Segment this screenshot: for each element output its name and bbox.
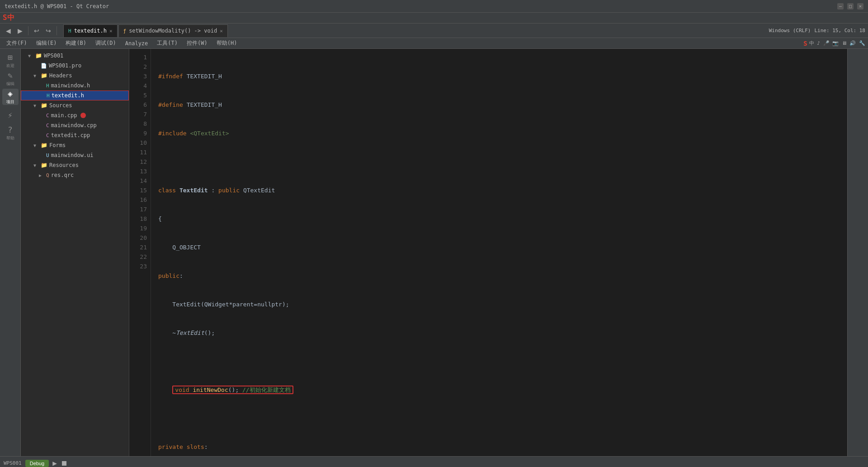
tab-setwindow-close[interactable]: ✕ <box>220 28 223 34</box>
tree-wps001-pro[interactable]: 📄 WPS001.pro <box>21 61 129 71</box>
tree-forms[interactable]: ▼ 📁 Forms <box>21 140 129 150</box>
redo-button[interactable]: ↪ <box>43 25 54 36</box>
folder-icon-resources: 📁 <box>41 162 47 168</box>
stop-icon[interactable]: ⏹ <box>61 459 68 467</box>
menu-debug[interactable]: 调试(D) <box>92 38 120 48</box>
code-line-4 <box>158 157 847 167</box>
code-line-13 <box>158 414 847 423</box>
title-text: textedit.h @ WPS001 - Qt Creator <box>5 3 109 10</box>
menu-build[interactable]: 构建(B) <box>62 38 90 48</box>
tree-arrow-res-qrc: ▶ <box>39 173 44 178</box>
tab-textedit-h-close[interactable]: ✕ <box>109 28 113 34</box>
tree-arrow-wps001: ▼ <box>28 53 33 58</box>
back-button[interactable]: ◀ <box>3 25 14 36</box>
file-icon-res-qrc: Q <box>46 172 49 178</box>
tree-label-textedit-h: textedit.h <box>52 92 84 99</box>
tree-mainwindow-h[interactable]: H mainwindow.h <box>21 81 129 91</box>
code-line-1: #ifndef TEXTEDIT_H <box>158 71 847 81</box>
cursor-position: Line: 15, Col: 18 <box>814 28 865 33</box>
project-label: 项目 <box>6 99 14 105</box>
tree-textedit-h[interactable]: H textedit.h <box>21 91 129 100</box>
maximize-button[interactable]: □ <box>847 3 854 10</box>
run-icon[interactable]: ▶ <box>52 459 57 467</box>
line-9: 9 <box>129 129 147 138</box>
code-line-2: #define TEXTEDIT_H <box>158 100 847 110</box>
code-content: 1 2 3 4 5 6 7 8 9 10 11 12 13 14 15 16 1… <box>129 49 847 456</box>
code-line-14: private slots: <box>158 442 847 452</box>
file-icon-pro: 📄 <box>41 63 47 69</box>
tab-setwindow[interactable]: ƒ setWindowModality() -> void ✕ <box>118 24 228 37</box>
code-line-6: { <box>158 214 847 224</box>
sidebar-edit[interactable]: ✎ 编辑 <box>2 71 19 87</box>
line-23: 23 <box>129 262 147 271</box>
tree-main-cpp[interactable]: C main.cpp <box>21 110 129 120</box>
undo-button[interactable]: ↩ <box>31 25 42 36</box>
wps-brand-icon: S <box>803 40 807 47</box>
line-17: 17 <box>129 205 147 214</box>
sidebar-project[interactable]: ◈ 项目 <box>2 89 19 105</box>
minimize-button[interactable]: — <box>837 3 844 10</box>
project-icon: ◈ <box>8 89 13 98</box>
toolbar-separator-1 <box>28 26 28 35</box>
menu-bar-items: 文件(F) 编辑(E) 构建(B) 调试(D) Analyze 工具(T) 控件… <box>0 38 868 49</box>
code-line-12: void initNewDoc(); //初始化新建文档 <box>158 385 847 395</box>
edit-icon: ✎ <box>8 71 13 80</box>
folder-icon-headers: 📁 <box>41 72 47 79</box>
line-16: 16 <box>129 195 147 205</box>
menu-widgets[interactable]: 控件(W) <box>183 38 211 48</box>
forward-button[interactable]: ▶ <box>14 25 25 36</box>
sidebar-welcome[interactable]: ⊞ 欢迎 <box>2 52 19 69</box>
editor-area[interactable]: 1 2 3 4 5 6 7 8 9 10 11 12 13 14 15 16 1… <box>129 49 847 456</box>
sidebar-help[interactable]: ? 帮助 <box>2 125 19 141</box>
tree-label-forms: Forms <box>49 142 66 148</box>
line-20: 20 <box>129 233 147 243</box>
title-bar: textedit.h @ WPS001 - Qt Creator — □ ✕ <box>0 0 868 13</box>
line-18: 18 <box>129 214 147 224</box>
line-14: 14 <box>129 176 147 186</box>
menu-help[interactable]: 帮助(H) <box>213 38 241 48</box>
welcome-icon: ⊞ <box>8 52 13 62</box>
close-button[interactable]: ✕ <box>857 3 863 10</box>
toolbar-separator-2 <box>57 26 57 35</box>
line-12: 12 <box>129 157 147 167</box>
tab-textedit-h[interactable]: H textedit.h ✕ <box>63 24 118 37</box>
tree-label-sources: Sources <box>49 102 72 109</box>
tree-label-pro: WPS001.pro <box>49 62 81 69</box>
menu-analyze[interactable]: Analyze <box>122 39 152 48</box>
line-22: 22 <box>129 252 147 262</box>
file-icon-textedit-cpp: C <box>46 133 49 138</box>
line-10: 10 <box>129 138 147 148</box>
file-tree: ▼ 📁 WPS001 📄 WPS001.pro ▼ 📁 Headers H ma… <box>21 49 129 456</box>
debug-icon: ⚡ <box>8 110 13 120</box>
tree-res-qrc[interactable]: ▶ Q res.qrc <box>21 170 129 180</box>
tree-mainwindow-cpp[interactable]: C mainwindow.cpp <box>21 120 129 130</box>
menu-file[interactable]: 文件(F) <box>3 38 31 48</box>
toolbar: ◀ ▶ ↩ ↪ H textedit.h ✕ ƒ setWindowModali… <box>0 24 868 38</box>
sidebar-debug[interactable]: ⚡ <box>2 107 19 123</box>
tree-label-mainwindow-ui: mainwindow.ui <box>51 152 94 158</box>
line-8: 8 <box>129 119 147 129</box>
line-4: 4 <box>129 81 147 91</box>
file-icon-mainwindow-cpp: C <box>46 123 49 129</box>
tree-headers[interactable]: ▼ 📁 Headers <box>21 71 129 81</box>
menu-tools[interactable]: 工具(T) <box>153 38 181 48</box>
tree-wps001[interactable]: ▼ 📁 WPS001 <box>21 51 129 61</box>
wps-logo: S中 <box>3 13 14 23</box>
tab-textedit-h-label: textedit.h <box>74 28 107 34</box>
file-icon-textedit-h: H <box>47 93 50 99</box>
tab-h-icon: H <box>68 28 71 34</box>
edit-label: 编辑 <box>6 81 14 87</box>
menu-edit[interactable]: 编辑(E) <box>33 38 61 48</box>
file-icon-main-cpp: C <box>46 113 49 119</box>
code-line-8: public: <box>158 271 847 281</box>
tree-resources[interactable]: ▼ 📁 Resources <box>21 160 129 170</box>
line-19: 19 <box>129 224 147 233</box>
tree-textedit-cpp[interactable]: C textedit.cpp <box>21 130 129 140</box>
debug-bottom-bar: WPS001 Debug ▶ ⏹ <box>0 456 868 467</box>
line-21: 21 <box>129 243 147 252</box>
tree-mainwindow-ui[interactable]: U mainwindow.ui <box>21 150 129 160</box>
code-lines[interactable]: #ifndef TEXTEDIT_H #define TEXTEDIT_H #i… <box>151 49 847 456</box>
debug-button[interactable]: Debug <box>25 460 49 467</box>
line-3: 3 <box>129 71 147 81</box>
tree-sources[interactable]: ▼ 📁 Sources <box>21 100 129 110</box>
